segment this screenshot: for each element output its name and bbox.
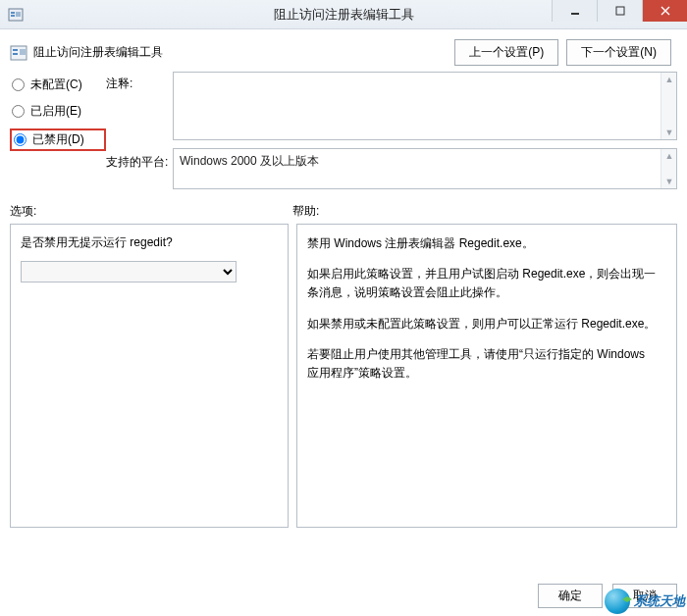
radio-enabled-label: 已启用(E) [30,103,81,120]
radio-disabled[interactable]: 已禁用(D) [10,128,106,151]
svg-rect-4 [571,13,579,15]
radio-enabled-input[interactable] [12,105,25,118]
close-button[interactable] [642,0,687,22]
option-select[interactable] [21,261,237,282]
supported-on-box: Windows 2000 及以上版本 ▲ ▼ [173,148,677,189]
svg-rect-8 [13,53,18,55]
supported-scrollbar[interactable]: ▲ ▼ [661,149,676,188]
comment-scrollbar[interactable]: ▲ ▼ [661,73,676,139]
comment-textarea[interactable] [174,73,676,139]
radio-not-configured-input[interactable] [12,78,25,91]
comment-box: ▲ ▼ [173,72,677,140]
next-setting-button[interactable]: 下一个设置(N) [566,39,671,66]
radio-disabled-input[interactable] [14,133,26,146]
svg-rect-2 [11,15,15,17]
radio-not-configured-label: 未配置(C) [30,77,82,93]
scroll-up-icon: ▲ [661,149,677,163]
app-icon [8,7,24,23]
help-text: 禁用 Windows 注册表编辑器 Regedit.exe。 [307,234,657,253]
option-question: 是否禁用无提示运行 regedit? [21,234,278,251]
scroll-down-icon: ▼ [661,175,677,188]
help-text: 如果禁用或未配置此策略设置，则用户可以正常运行 Regedit.exe。 [307,315,657,334]
help-label: 帮助: [292,203,677,220]
policy-title: 阻止访问注册表编辑工具 [33,44,163,61]
maximize-button[interactable] [597,0,642,22]
radio-enabled[interactable]: 已启用(E) [10,102,106,121]
dialog-footer: 确定 取消 [538,584,677,608]
state-radio-group: 未配置(C) 已启用(E) 已禁用(D) [10,72,106,189]
help-text: 如果启用此策略设置，并且用户试图启动 Regedit.exe，则会出现一条消息，… [307,265,657,302]
dialog-content: 阻止访问注册表编辑工具 上一个设置(P) 下一个设置(N) 未配置(C) 已启用… [0,29,687,528]
svg-rect-5 [616,7,624,15]
scroll-down-icon: ▼ [661,126,677,139]
scroll-up-icon: ▲ [661,73,677,86]
window-controls [552,0,687,22]
minimize-button[interactable] [552,0,597,22]
supported-on-label: 支持的平台: [106,148,173,171]
svg-rect-7 [13,49,18,51]
policy-icon [10,44,27,62]
comment-label: 注释: [106,72,173,92]
radio-disabled-label: 已禁用(D) [32,131,84,148]
svg-rect-9 [20,49,26,55]
cancel-button[interactable]: 取消 [612,584,677,608]
help-text: 若要阻止用户使用其他管理工具，请使用“只运行指定的 Windows 应用程序”策… [307,345,657,383]
previous-setting-button[interactable]: 上一个设置(P) [454,39,558,66]
svg-rect-1 [11,12,15,14]
supported-on-text: Windows 2000 及以上版本 [174,149,676,188]
options-label: 选项: [10,203,292,220]
help-pane: 禁用 Windows 注册表编辑器 Regedit.exe。 如果启用此策略设置… [296,224,677,528]
svg-rect-3 [16,12,21,17]
ok-button[interactable]: 确定 [538,584,603,608]
titlebar: 阻止访问注册表编辑工具 [0,0,687,29]
options-pane: 是否禁用无提示运行 regedit? [10,224,289,528]
radio-not-configured[interactable]: 未配置(C) [10,76,106,94]
